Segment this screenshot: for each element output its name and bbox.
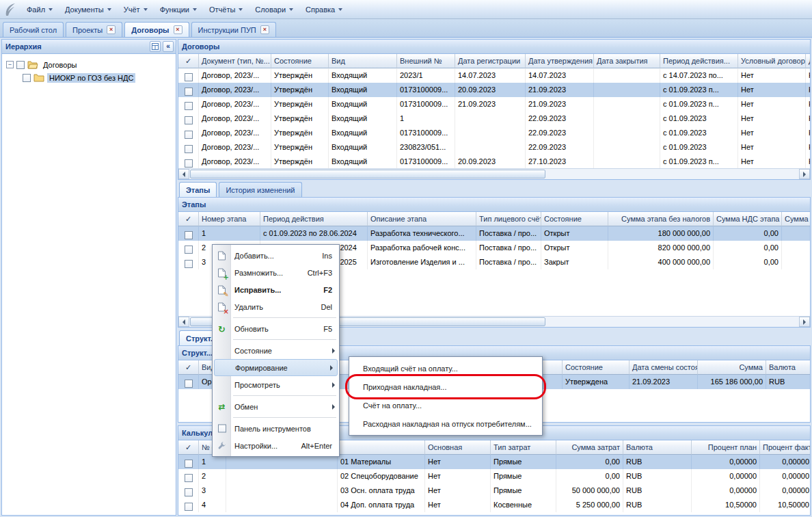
table-row[interactable]: Договор, 2023/...УтверждёнВходящий2023/1… (178, 68, 810, 83)
tree-item-label[interactable]: НИОКР по ГОЗ без НДС (47, 73, 135, 83)
menubar-item[interactable]: Документы (59, 3, 118, 16)
scroll-right-button[interactable] (799, 169, 810, 179)
tree-item-label[interactable]: Договоры (41, 60, 79, 70)
column-header[interactable]: Тип лицевого счёт (476, 212, 541, 226)
table-row[interactable]: Договор, 2023/...УтверждёнВходящий122.09… (178, 111, 810, 126)
scroll-right-button[interactable] (799, 317, 810, 327)
row-checkbox[interactable] (185, 246, 193, 254)
menu-item[interactable]: Панель инструментов (213, 420, 339, 437)
tree-checkbox[interactable] (23, 74, 31, 82)
row-checkbox[interactable] (185, 131, 193, 139)
row-checkbox[interactable] (185, 488, 193, 496)
column-header[interactable]: До... (806, 54, 810, 68)
column-header[interactable]: Сумма НДС этапа (714, 212, 782, 226)
close-icon[interactable]: × (260, 25, 269, 34)
column-header[interactable]: Сумма этапа без налогов (608, 212, 714, 226)
row-checkbox[interactable] (185, 231, 193, 239)
menubar-item[interactable]: Функции (154, 3, 203, 16)
row-checkbox[interactable] (185, 260, 193, 268)
row-checkbox[interactable] (185, 380, 193, 388)
menu-item[interactable]: Просмотреть (213, 376, 339, 393)
tab[interactable]: История изменений (219, 182, 301, 197)
row-checkbox[interactable] (185, 73, 193, 81)
menu-item[interactable]: Расходная накладная на отпуск потребител… (349, 414, 542, 433)
scrollbar-thumb[interactable] (190, 170, 545, 178)
row-checkbox[interactable] (185, 474, 193, 482)
menu-item[interactable]: ✎Исправить...F2 (213, 281, 339, 298)
table-row[interactable]: Договор, 2023/...УтверждёнВходящий017310… (178, 97, 810, 111)
column-header[interactable]: Валюта (623, 440, 692, 455)
table-row[interactable]: Договор, 2023/...УтверждёнВходящий017310… (178, 126, 810, 140)
column-header[interactable]: Документ (тип, №... (199, 54, 271, 68)
column-header[interactable]: Сумма (698, 360, 766, 375)
column-header[interactable]: ✓ (178, 54, 199, 68)
tree-checkbox[interactable] (16, 61, 25, 69)
column-header[interactable]: Состояние (541, 212, 608, 226)
column-header[interactable]: Условный договор (738, 54, 806, 68)
tree-item-child[interactable]: НИОКР по ГОЗ без НДС (2, 71, 176, 84)
column-header[interactable]: Дата регистрации (455, 54, 526, 68)
menubar-item[interactable]: Словари (249, 3, 299, 16)
menu-item[interactable]: Состояние (213, 342, 339, 359)
table-row[interactable]: 202 СпецоборудованиеНетПрямые0,00RUB0,00… (178, 469, 810, 483)
menubar-item[interactable]: Учёт (118, 3, 154, 16)
menubar-item[interactable]: Отчёты (203, 3, 249, 16)
column-header[interactable]: Тип затрат (491, 440, 556, 455)
scroll-left-button[interactable] (178, 317, 189, 327)
column-header[interactable]: Основная (425, 440, 491, 455)
column-header[interactable]: Процент план (692, 440, 760, 455)
column-header[interactable]: Состояние (271, 54, 329, 68)
tab[interactable]: Проекты× (66, 22, 122, 37)
column-header[interactable]: Описание этапа (368, 212, 476, 226)
row-checkbox[interactable] (185, 503, 193, 511)
column-header[interactable]: Дата смены состоя... (630, 360, 698, 375)
view-grid-icon[interactable] (150, 41, 161, 52)
table-row[interactable]: 101 МатериалыНетПрямые0,00RUB0,000000,00… (178, 455, 810, 469)
column-header[interactable] (338, 440, 425, 455)
menubar-item[interactable]: Справка (299, 3, 349, 16)
row-checkbox[interactable] (185, 88, 193, 96)
menu-item[interactable]: ⇄Обмен (213, 398, 339, 415)
menu-item[interactable]: ×УдалитьDel (213, 298, 339, 315)
tab[interactable]: Договоры× (124, 22, 189, 37)
menu-item[interactable]: Входящий счёт на оплату... (349, 359, 542, 377)
table-row[interactable]: Договор, 2023/...УтверждёнВходящий017310… (178, 83, 810, 97)
scroll-left-button[interactable] (178, 169, 189, 179)
column-header[interactable]: Сумма затрат (556, 440, 623, 455)
menu-item[interactable]: Добавить...Ins (213, 247, 339, 264)
column-header[interactable]: ✓ (178, 440, 199, 455)
tree-expander-icon[interactable]: − (6, 61, 14, 68)
column-header[interactable]: Номер этапа (199, 212, 260, 226)
tab[interactable]: Рабочий стол (3, 22, 64, 37)
column-header[interactable]: Сумма э... (782, 212, 810, 226)
menu-item[interactable]: Формирование (214, 359, 338, 376)
collapse-panel-button[interactable]: « (163, 41, 174, 52)
menu-item[interactable]: Настройки...Alt+Enter (213, 437, 339, 454)
row-checkbox[interactable] (185, 460, 193, 468)
column-header[interactable]: ✓ (178, 212, 199, 226)
table-row[interactable]: Договор, 2023/...УтверждёнВходящий230823… (178, 140, 810, 155)
table-row[interactable]: 1с 01.09.2023 по 28.06.2024Разработка те… (178, 226, 810, 241)
column-header[interactable]: Внешний № (397, 54, 455, 68)
row-checkbox[interactable] (185, 145, 193, 153)
column-header[interactable]: Дата утверждения (526, 54, 594, 68)
menu-item[interactable]: Счёт на оплату... (349, 396, 542, 414)
tab[interactable]: Этапы (179, 182, 217, 197)
tree-item-root[interactable]: − Договоры (2, 58, 176, 71)
column-header[interactable]: Состояние (563, 360, 630, 375)
table-row[interactable]: 404 Доп. оплата трудаНетКосвенные5 250 0… (178, 498, 810, 512)
column-header[interactable]: Дата закрытия (594, 54, 660, 68)
close-icon[interactable]: × (174, 25, 182, 34)
table-row[interactable]: Договор, 2023/...УтверждёнВходящий017310… (178, 155, 810, 168)
column-header[interactable]: Период действия (260, 212, 368, 226)
menubar-item[interactable]: Файл (21, 3, 59, 16)
row-checkbox[interactable] (185, 116, 193, 124)
column-header[interactable]: Валюта (766, 360, 810, 375)
column-header[interactable]: Процент факт (760, 440, 810, 455)
table-row[interactable]: 303 Осн. оплата трудаНетПрямые50 000 000… (178, 483, 810, 498)
menu-item[interactable]: Приходная накладная... (349, 377, 542, 396)
column-header[interactable]: Вид (329, 54, 397, 68)
column-header[interactable]: ✓ (178, 360, 199, 375)
menu-item[interactable]: ↻ОбновитьF5 (213, 320, 339, 337)
menu-item[interactable]: +Размножить...Ctrl+F3 (213, 264, 339, 281)
